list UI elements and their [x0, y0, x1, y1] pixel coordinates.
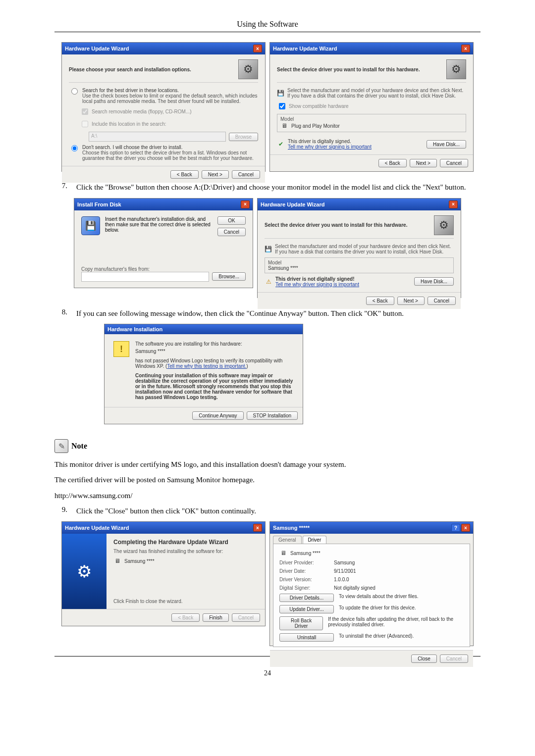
close-button[interactable]: Close — [411, 655, 437, 663]
next-button[interactable]: Next > — [397, 297, 425, 305]
titlebar: Install From Disk × — [74, 199, 253, 210]
title-text: Hardware Installation — [107, 326, 162, 332]
next-button[interactable]: Next > — [410, 159, 437, 167]
step-8-text: If you can see following message window,… — [76, 308, 481, 319]
copy-from-label: Copy manufacturer's files from: — [81, 266, 246, 272]
wizard-icon: ⚙ — [434, 215, 454, 235]
back-button[interactable]: < Back — [170, 170, 199, 179]
install-from-disk-dialog: Install From Disk × 💾 Insert the manufac… — [74, 198, 253, 288]
model-item[interactable]: Plug and Play Monitor — [291, 123, 340, 129]
finish-button[interactable]: Finish — [203, 613, 229, 622]
cancel-button[interactable]: Cancel — [440, 159, 468, 167]
copy-from-field[interactable] — [81, 272, 209, 282]
monitor-icon: 🖥 — [280, 122, 288, 130]
wizard-icon: ⚙ — [238, 59, 258, 79]
wizard-heading: Select the device driver you want to ins… — [265, 222, 430, 228]
update-driver-button[interactable]: Update Driver... — [279, 605, 334, 613]
uninstall-button[interactable]: Uninstall — [279, 633, 334, 642]
wizard-icon: ⚙ — [446, 59, 466, 79]
close-icon[interactable]: × — [253, 45, 262, 52]
update-driver-desc: To update the driver for this device. — [339, 605, 416, 613]
titlebar: Hardware Update Wizard × — [258, 199, 461, 210]
radio-dont-search[interactable] — [71, 145, 78, 151]
completing-line1: The wizard has finished installing the s… — [113, 549, 258, 554]
close-icon[interactable]: × — [253, 524, 262, 532]
hw-testing-link[interactable]: Tell me why this testing is important. — [167, 363, 246, 369]
driver-details-desc: To view details about the driver files. — [339, 594, 419, 602]
uninstall-desc: To uninstall the driver (Advanced). — [339, 633, 414, 642]
hardware-installation-dialog: Hardware Installation ! The software you… — [104, 324, 303, 424]
install-msg: Insert the manufacturer's installation d… — [105, 216, 213, 233]
cancel-button[interactable]: Cancel — [232, 170, 260, 179]
warning-icon: ⚠ — [265, 278, 272, 286]
hw-bold-warning: Continuing your installation of this sof… — [135, 373, 294, 400]
radio-search-locations[interactable] — [71, 88, 78, 95]
provider-value: Samsung — [334, 560, 355, 565]
step-8-number: 8. — [54, 308, 67, 319]
titlebar: Hardware Update Wizard × — [62, 43, 265, 54]
cancel-button[interactable]: Cancel — [428, 297, 456, 305]
note-icon: ✎ — [54, 439, 68, 453]
monitor-icon: 🖥 — [279, 549, 287, 557]
titlebar: Hardware Installation — [105, 324, 303, 334]
signing-link[interactable]: Tell me why driver signing is important — [275, 282, 359, 287]
titlebar: Hardware Update Wizard × — [62, 522, 265, 534]
driver-properties-dialog: Samsung ***** ? × General Driver 🖥 Samsu… — [269, 521, 474, 646]
completing-device: Samsung **** — [124, 558, 155, 564]
chk-show-compatible-label: Show compatible hardware — [289, 103, 349, 109]
chk-include-location — [82, 121, 88, 127]
date-label: Driver Date: — [279, 568, 329, 574]
back-button[interactable]: < Back — [378, 159, 407, 167]
ok-button[interactable]: OK — [217, 216, 246, 225]
next-button[interactable]: Next > — [202, 170, 229, 179]
signing-link[interactable]: Tell me why driver signing is important — [288, 144, 372, 150]
cancel-button[interactable]: Cancel — [217, 228, 246, 236]
tab-general[interactable]: General — [273, 536, 302, 544]
wizard-heading: Please choose your search and installati… — [69, 67, 234, 72]
back-button: < Back — [171, 613, 200, 622]
dialog-row-2: Install From Disk × 💾 Insert the manufac… — [54, 198, 481, 298]
step-9: 9. Click the "Close" button then click "… — [54, 505, 481, 517]
completing-line2: Click Finish to close the wizard. — [113, 599, 258, 604]
page-number: 24 — [54, 669, 481, 677]
titlebar: Hardware Update Wizard × — [270, 43, 473, 54]
back-button[interactable]: < Back — [366, 297, 394, 305]
wizard-banner: ⚙ — [62, 534, 107, 609]
radio-dont-search-label: Don't search. I will choose the driver t… — [82, 145, 258, 150]
title-text: Hardware Update Wizard — [65, 525, 129, 531]
model-label: Model — [268, 260, 450, 265]
tab-driver[interactable]: Driver — [303, 536, 327, 544]
provider-label: Driver Provider: — [279, 560, 329, 565]
chk-show-compatible[interactable] — [279, 103, 285, 109]
note-paragraph-2: The certified driver will be posted on S… — [54, 474, 481, 486]
roll-back-driver-button[interactable]: Roll Back Driver — [279, 616, 323, 630]
dialog-row-1: Hardware Update Wizard × Please choose y… — [54, 42, 481, 172]
driver-details-button[interactable]: Driver Details... — [279, 594, 334, 602]
model-item[interactable]: Samsung **** — [268, 265, 450, 271]
continue-anyway-button[interactable]: Continue Anyway — [192, 411, 243, 420]
location-path-field: A:\ — [89, 132, 226, 142]
step-7-text: Click the "Browse" button then choose A:… — [76, 182, 481, 193]
close-icon[interactable]: × — [461, 45, 470, 52]
title-text: Samsung ***** — [273, 525, 310, 531]
chk-include-label: Include this location in the search: — [92, 121, 166, 127]
hw-line1: The software you are installing for this… — [135, 341, 294, 347]
warning-icon: ! — [113, 341, 129, 357]
browse-button[interactable]: Browse... — [212, 272, 246, 281]
signed-icon: ✔ — [277, 140, 285, 148]
help-icon[interactable]: ? — [451, 524, 460, 532]
stop-installation-button[interactable]: STOP Installation — [247, 411, 298, 420]
close-icon[interactable]: × — [241, 201, 250, 208]
note-url: http://www.samsung.com/ — [54, 490, 481, 502]
header-rule — [54, 32, 481, 32]
close-icon[interactable]: × — [449, 201, 458, 208]
have-disk-button[interactable]: Have Disk... — [414, 277, 454, 286]
close-icon[interactable]: × — [461, 524, 470, 532]
completing-wizard-dialog: Hardware Update Wizard × ⚙ Completing th… — [61, 521, 266, 626]
have-disk-button[interactable]: Have Disk... — [427, 140, 466, 149]
note-label: Note — [71, 442, 87, 451]
version-label: Driver Version: — [279, 577, 329, 582]
radio-search-desc: Use the check boxes below to limit or ex… — [82, 93, 258, 104]
step-7-number: 7. — [54, 182, 67, 193]
cancel-button: Cancel — [440, 655, 468, 663]
